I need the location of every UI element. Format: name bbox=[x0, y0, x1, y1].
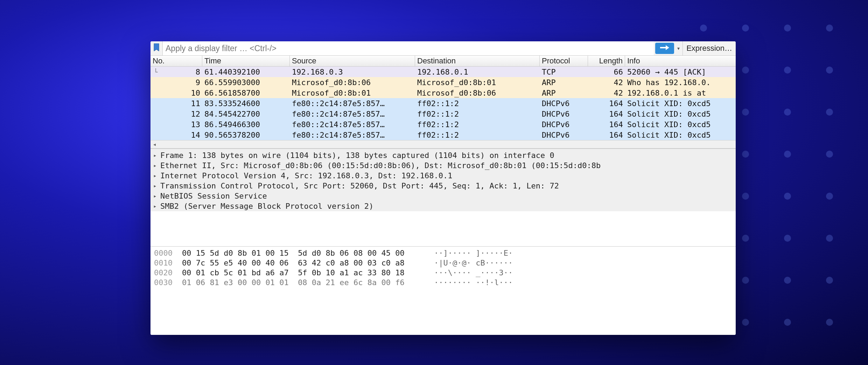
hex-bytes: 00 7c 55 e5 40 00 40 06 63 42 c0 a8 00 0… bbox=[182, 259, 434, 267]
svg-point-1 bbox=[742, 25, 749, 32]
cell-no: 14 bbox=[191, 131, 201, 139]
expand-caret-icon[interactable]: ▸ bbox=[153, 172, 160, 179]
cell-length: 42 bbox=[614, 78, 623, 87]
packet-details-pane: ▸Frame 1: 138 bytes on wire (1104 bits),… bbox=[150, 149, 736, 247]
cell-source: fe80::2c14:87e5:857… bbox=[292, 99, 385, 108]
bookmark-icon bbox=[153, 43, 160, 53]
hex-offset: 0020 bbox=[154, 268, 182, 277]
cell-time: 66.559903000 bbox=[204, 78, 260, 87]
svg-point-9 bbox=[742, 109, 749, 116]
cell-destination: ff02::1:2 bbox=[417, 110, 459, 118]
packet-list-header[interactable]: No. Time Source Destination Protocol Len… bbox=[150, 56, 736, 67]
hex-bytes: 01 06 81 e3 00 00 01 01 08 0a 21 ee 6c 8… bbox=[182, 278, 434, 287]
svg-point-10 bbox=[784, 109, 791, 116]
detail-text: Internet Protocol Version 4, Src: 192.16… bbox=[160, 171, 452, 180]
packet-detail-item[interactable]: ▸Internet Protocol Version 4, Src: 192.1… bbox=[150, 171, 736, 181]
expand-caret-icon[interactable]: ▸ bbox=[153, 203, 160, 209]
expression-button[interactable]: Expression… bbox=[683, 41, 736, 55]
expand-caret-icon[interactable]: ▸ bbox=[153, 162, 160, 169]
expand-caret-icon[interactable]: ▸ bbox=[153, 182, 160, 189]
hex-ascii: ··]····· ]·····E· bbox=[434, 249, 513, 257]
cell-info: Who has 192.168.0. bbox=[627, 78, 710, 87]
display-filter-input[interactable] bbox=[163, 41, 654, 55]
cell-source: Microsof_d0:8b:01 bbox=[292, 89, 371, 97]
packet-row[interactable]: 966.559903000Microsof_d0:8b:06Microsof_d… bbox=[150, 77, 736, 88]
column-header-info[interactable]: Info bbox=[625, 56, 736, 66]
packet-detail-item[interactable]: ▸Transmission Control Protocol, Src Port… bbox=[150, 181, 736, 191]
filter-history-dropdown[interactable]: ▾ bbox=[674, 41, 683, 55]
packet-detail-item[interactable]: ▸Frame 1: 138 bytes on wire (1104 bits),… bbox=[150, 150, 736, 160]
svg-point-29 bbox=[742, 319, 749, 326]
packet-list-horizontal-scrollbar[interactable]: ◂ bbox=[150, 140, 736, 149]
cell-length: 164 bbox=[609, 110, 623, 118]
packet-row[interactable]: └861.440392100192.168.0.3192.168.0.1TCP6… bbox=[150, 67, 736, 77]
svg-point-18 bbox=[784, 193, 791, 200]
column-header-protocol[interactable]: Protocol bbox=[540, 56, 588, 66]
detail-text: SMB2 (Server Message Block Protocol vers… bbox=[160, 202, 373, 211]
cell-no: 10 bbox=[191, 89, 201, 97]
detail-text: Ethernet II, Src: Microsof_d0:8b:06 (00:… bbox=[160, 161, 601, 170]
svg-point-13 bbox=[742, 151, 749, 158]
svg-point-7 bbox=[826, 67, 833, 74]
cell-destination: 192.168.0.1 bbox=[417, 68, 468, 76]
scroll-left-icon[interactable]: ◂ bbox=[150, 140, 158, 148]
cell-info: Solicit XID: 0xcd5 bbox=[627, 131, 710, 139]
cell-destination: Microsof_d0:8b:06 bbox=[417, 89, 496, 97]
hex-ascii: ·|U·@·@· cB······ bbox=[434, 259, 513, 267]
column-header-no[interactable]: No. bbox=[150, 56, 202, 66]
arrow-right-icon bbox=[660, 44, 669, 53]
detail-text: NetBIOS Session Service bbox=[160, 192, 267, 200]
expand-caret-icon[interactable]: ▸ bbox=[153, 193, 160, 199]
cell-no: 12 bbox=[191, 110, 201, 118]
hex-bytes: 00 15 5d d0 8b 01 00 15 5d d0 8b 06 08 0… bbox=[182, 249, 434, 257]
packet-detail-item[interactable]: ▸NetBIOS Session Service bbox=[150, 191, 736, 201]
cell-time: 66.561858700 bbox=[204, 89, 260, 97]
svg-point-0 bbox=[700, 25, 707, 32]
column-header-source[interactable]: Source bbox=[290, 56, 415, 66]
packet-row[interactable]: 1183.533524600fe80::2c14:87e5:857…ff02::… bbox=[150, 98, 736, 109]
packet-list-pane: No. Time Source Destination Protocol Len… bbox=[150, 56, 736, 149]
apply-filter-button[interactable] bbox=[655, 43, 674, 54]
detail-text: Transmission Control Protocol, Src Port:… bbox=[160, 181, 559, 190]
hex-bytes: 00 01 cb 5c 01 bd a6 a7 5f 0b 10 a1 ac 3… bbox=[182, 268, 434, 277]
hex-line[interactable]: 002000 01 cb 5c 01 bd a6 a7 5f 0b 10 a1 … bbox=[154, 268, 736, 277]
packet-row[interactable]: 1490.565378200fe80::2c14:87e5:857…ff02::… bbox=[150, 130, 736, 140]
svg-point-26 bbox=[784, 277, 791, 284]
column-header-destination[interactable]: Destination bbox=[415, 56, 540, 66]
packet-row[interactable]: 1386.549466300fe80::2c14:87e5:857…ff02::… bbox=[150, 119, 736, 130]
packet-row[interactable]: 1066.561858700Microsof_d0:8b:01Microsof_… bbox=[150, 88, 736, 98]
cell-info: Solicit XID: 0xcd5 bbox=[627, 110, 710, 118]
svg-point-3 bbox=[826, 25, 833, 32]
column-header-length[interactable]: Length bbox=[588, 56, 625, 66]
bookmark-filter-button[interactable] bbox=[150, 41, 163, 55]
cell-no: 8 bbox=[196, 68, 200, 76]
svg-point-23 bbox=[826, 235, 833, 242]
packet-detail-item[interactable]: ▸Ethernet II, Src: Microsof_d0:8b:06 (00… bbox=[150, 160, 736, 171]
cell-protocol: DHCPv6 bbox=[542, 110, 569, 118]
detail-text: Frame 1: 138 bytes on wire (1104 bits), … bbox=[160, 151, 554, 160]
svg-point-25 bbox=[742, 277, 749, 284]
cell-time: 61.440392100 bbox=[204, 68, 260, 76]
svg-point-27 bbox=[826, 277, 833, 284]
chevron-down-icon: ▾ bbox=[677, 46, 680, 51]
expand-caret-icon[interactable]: ▸ bbox=[153, 152, 160, 159]
cell-length: 42 bbox=[614, 89, 623, 97]
cell-destination: ff02::1:2 bbox=[417, 131, 459, 139]
wireshark-window: ▾ Expression… No. Time Source Destinatio… bbox=[150, 41, 736, 335]
cell-time: 90.565378200 bbox=[204, 131, 260, 139]
svg-point-21 bbox=[742, 235, 749, 242]
cell-length: 66 bbox=[614, 68, 623, 76]
cell-time: 84.545422700 bbox=[204, 110, 260, 118]
hex-line[interactable]: 001000 7c 55 e5 40 00 40 06 63 42 c0 a8 … bbox=[154, 258, 736, 268]
packet-row[interactable]: 1284.545422700fe80::2c14:87e5:857…ff02::… bbox=[150, 109, 736, 119]
hex-offset: 0010 bbox=[154, 259, 182, 267]
hex-line[interactable]: 000000 15 5d d0 8b 01 00 15 5d d0 8b 06 … bbox=[154, 248, 736, 258]
hex-line[interactable]: 003001 06 81 e3 00 00 01 01 08 0a 21 ee … bbox=[154, 277, 736, 287]
svg-point-15 bbox=[826, 151, 833, 158]
cell-info: Solicit XID: 0xcd5 bbox=[627, 99, 710, 108]
packet-detail-item[interactable]: ▸SMB2 (Server Message Block Protocol ver… bbox=[150, 201, 736, 211]
column-header-time[interactable]: Time bbox=[202, 56, 290, 66]
cell-protocol: ARP bbox=[542, 78, 556, 87]
svg-point-14 bbox=[784, 151, 791, 158]
hex-offset: 0000 bbox=[154, 249, 182, 257]
